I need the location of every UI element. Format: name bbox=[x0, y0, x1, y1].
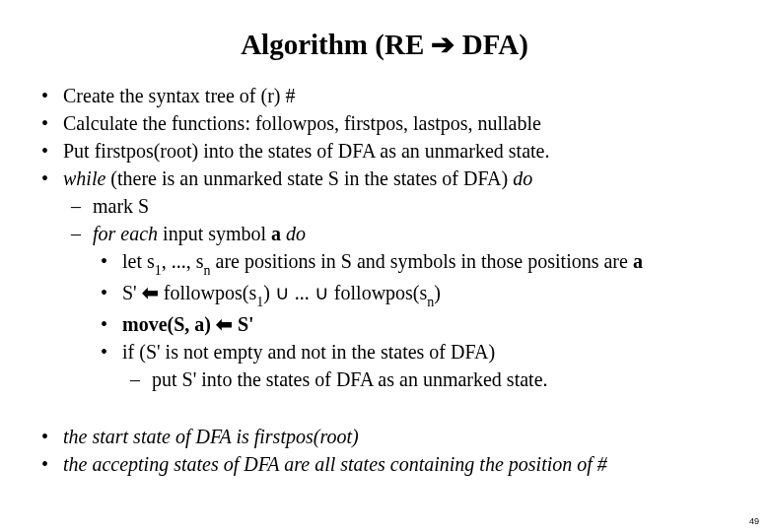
start-state-text: the start state of DFA is firstpos(root) bbox=[63, 426, 359, 447]
accepting-states: the accepting states of DFA are all stat… bbox=[41, 451, 732, 477]
s-prime-assign: S' ⬅ followpos(s1) ∪ ... ∪ followpos(sn) bbox=[101, 280, 732, 309]
t2-s1: 1 bbox=[256, 295, 263, 309]
let-positions: let s1, ..., sn are positions in S and s… bbox=[101, 248, 732, 278]
for-do: do bbox=[281, 223, 306, 244]
bullet-2: Calculate the functions: followpos, firs… bbox=[41, 110, 732, 136]
t2-close: ) bbox=[434, 282, 441, 303]
while-cond: (there is an unmarked state S in the sta… bbox=[105, 167, 513, 189]
for-kw: for each bbox=[93, 223, 158, 244]
bullet-3-text: Put firstpos(root) into the states of DF… bbox=[63, 140, 549, 162]
move-fn: move(S, a) bbox=[122, 313, 216, 335]
put-sprime-text: put S' into the states of DFA as an unma… bbox=[152, 368, 548, 390]
move-sprime: S' bbox=[233, 313, 254, 335]
accepting-states-text: the accepting states of DFA are all stat… bbox=[63, 453, 607, 475]
t1-mid: , ..., s bbox=[162, 250, 204, 272]
arrow-left-icon-2: ⬅ bbox=[216, 313, 233, 335]
bullet-1-text: Create the syntax tree of (r) # bbox=[63, 85, 295, 106]
bottom-list: the start state of DFA is firstpos(root)… bbox=[41, 424, 732, 477]
page-number: 49 bbox=[749, 516, 759, 526]
t2-mid: followpos(s bbox=[159, 282, 256, 303]
while-kw: while bbox=[63, 167, 105, 189]
if-text: if (S' is not empty and not in the state… bbox=[122, 341, 495, 363]
t1-post: are positions in S and symbols in those … bbox=[211, 250, 633, 272]
main-list: Create the syntax tree of (r) # Calculat… bbox=[41, 83, 732, 392]
mark-s-text: mark S bbox=[93, 195, 149, 217]
title-pre: Algorithm (RE bbox=[241, 29, 431, 60]
mark-s: mark S bbox=[71, 193, 732, 219]
t1-pre: let s bbox=[122, 250, 155, 272]
start-state: the start state of DFA is firstpos(root) bbox=[41, 424, 732, 449]
sub-list-2: let s1, ..., sn are positions in S and s… bbox=[101, 248, 732, 392]
bullet-1: Create the syntax tree of (r) # bbox=[41, 83, 732, 108]
move-assign: move(S, a) ⬅ S' bbox=[101, 311, 732, 337]
t2-end: followpos(s bbox=[329, 282, 427, 303]
t2-pre: S' bbox=[122, 282, 142, 303]
t2-dots: ... bbox=[290, 282, 315, 303]
slide-title: Algorithm (RE ➔ DFA) bbox=[37, 28, 732, 61]
bullet-4: while (there is an unmarked state S in t… bbox=[41, 166, 732, 392]
t1-a: a bbox=[633, 250, 643, 272]
union-icon-2: ∪ bbox=[315, 282, 329, 303]
arrow-right-icon: ➔ bbox=[431, 29, 454, 60]
title-post: DFA) bbox=[454, 29, 527, 60]
sub-list-1: mark S for each input symbol a do let s1… bbox=[71, 193, 732, 392]
for-mid: input symbol bbox=[158, 223, 271, 244]
sub-n: n bbox=[204, 263, 211, 278]
sub-1: 1 bbox=[155, 263, 162, 278]
arrow-left-icon: ⬅ bbox=[142, 282, 159, 303]
t2-cup-pre: ) bbox=[263, 282, 275, 303]
if-cond: if (S' is not empty and not in the state… bbox=[101, 339, 732, 392]
for-each: for each input symbol a do let s1, ..., … bbox=[71, 221, 732, 392]
t2-sn: n bbox=[427, 295, 434, 309]
slide: Algorithm (RE ➔ DFA) Create the syntax t… bbox=[0, 0, 769, 532]
do-kw: do bbox=[513, 167, 532, 189]
bullet-2-text: Calculate the functions: followpos, firs… bbox=[63, 112, 541, 134]
bullet-3: Put firstpos(root) into the states of DF… bbox=[41, 138, 732, 164]
spacer bbox=[37, 394, 732, 424]
symbol-a: a bbox=[271, 223, 281, 244]
put-sprime: put S' into the states of DFA as an unma… bbox=[130, 366, 732, 392]
sub-list-3: put S' into the states of DFA as an unma… bbox=[130, 366, 732, 392]
union-icon: ∪ bbox=[275, 282, 290, 303]
